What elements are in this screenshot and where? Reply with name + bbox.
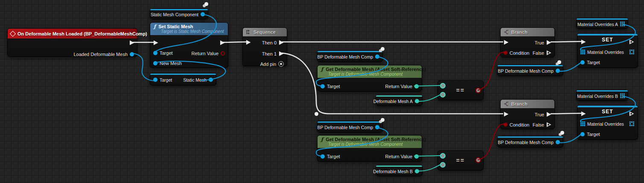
getter-bp-deformable-mesh-comp-2[interactable]: BP Deformable Mesh Comp bbox=[317, 121, 383, 133]
branch-b-header[interactable]: Branch bbox=[501, 100, 554, 108]
equals-result-pin[interactable] bbox=[475, 88, 481, 93]
equals-input-a-pin[interactable] bbox=[440, 153, 446, 159]
bp-deformable-mesh-comp-pin[interactable] bbox=[556, 140, 560, 145]
equals-operator: == bbox=[456, 156, 465, 163]
variable-bar bbox=[150, 9, 208, 10]
material-overrides-a-label: Material Overrides A bbox=[577, 21, 618, 27]
new-mesh-label: New Mesh bbox=[160, 61, 182, 66]
loaded-deformable-mesh-pin[interactable] bbox=[130, 52, 134, 56]
set-static-mesh-header[interactable]: ƒ Set Static Mesh Target is Static Mesh … bbox=[150, 23, 228, 35]
function-node-get-deformable-mesh-a[interactable]: ƒ Get Deformable Mesh (Asset Soft-Refere… bbox=[317, 65, 422, 92]
bp-deformable-mesh-comp-label: BP Deformable Mesh Comp bbox=[498, 140, 554, 145]
deformable-mesh-b-pin[interactable] bbox=[415, 169, 419, 173]
target-pin[interactable] bbox=[580, 60, 585, 65]
equals-input-a-pin[interactable] bbox=[440, 83, 446, 89]
equals-node-b[interactable]: == bbox=[437, 151, 484, 171]
exec-in-pin[interactable] bbox=[153, 40, 158, 45]
static-mesh-component-pin[interactable] bbox=[201, 12, 205, 17]
exec-in-pin[interactable] bbox=[504, 40, 509, 45]
condition-pin[interactable] bbox=[504, 51, 507, 55]
macro-node-branch-a[interactable]: Branch True Condition False bbox=[500, 27, 555, 57]
material-overrides-in-pin[interactable] bbox=[580, 50, 585, 54]
equals-input-b-pin[interactable] bbox=[440, 92, 446, 97]
sequence-header[interactable]: Sequence bbox=[243, 28, 287, 36]
getter-bp-deformable-mesh-comp-3[interactable]: BP Deformable Mesh Comp bbox=[497, 65, 563, 76]
exec-out-pin[interactable] bbox=[220, 40, 225, 45]
function-node-get-deformable-mesh-b[interactable]: ƒ Get Deformable Mesh (Asset Soft-Refere… bbox=[317, 135, 422, 162]
target-label: Target bbox=[160, 50, 173, 56]
branch-b-title: Branch bbox=[511, 101, 527, 106]
set-node-material-overrides-b[interactable]: SET Material Overrides Target bbox=[577, 105, 638, 140]
target-label: Target bbox=[327, 84, 340, 89]
equals-input-b-pin[interactable] bbox=[440, 162, 446, 168]
getter-get-static-mesh[interactable]: Target Static Mesh bbox=[150, 73, 216, 86]
macro-node-sequence[interactable]: Sequence Then 0 Then 1 Add pin bbox=[242, 27, 287, 66]
target-pin[interactable] bbox=[153, 51, 157, 55]
reroute-node[interactable] bbox=[315, 112, 318, 116]
deformable-mesh-a-pin[interactable] bbox=[415, 99, 419, 103]
true-exec-pin[interactable] bbox=[546, 40, 551, 45]
variable-bar bbox=[577, 34, 638, 35]
getter-deformable-mesh-b[interactable]: Deformable Mesh B bbox=[376, 165, 423, 176]
exec-out-pin[interactable] bbox=[129, 40, 134, 45]
getter-bp-deformable-mesh-comp-1[interactable]: BP Deformable Mesh Comp bbox=[317, 50, 383, 62]
true-exec-pin[interactable] bbox=[546, 112, 551, 117]
new-mesh-pin[interactable] bbox=[153, 61, 157, 65]
bp-deformable-mesh-comp-pin[interactable] bbox=[556, 69, 560, 73]
false-exec-pin[interactable] bbox=[546, 122, 551, 127]
event-icon bbox=[10, 30, 16, 36]
material-overrides-b-label: Material Overrides B bbox=[577, 93, 618, 98]
return-value-pin[interactable] bbox=[221, 51, 225, 56]
bp-deformable-mesh-comp-pin[interactable] bbox=[375, 125, 379, 130]
branch-a-header[interactable]: Branch bbox=[501, 28, 554, 36]
static-mesh-pin[interactable] bbox=[209, 78, 213, 82]
material-overrides-out-pin[interactable] bbox=[629, 50, 634, 54]
branch-icon bbox=[504, 101, 509, 106]
macro-node-branch-b[interactable]: Branch True Condition False bbox=[500, 99, 555, 129]
target-label: Target bbox=[587, 60, 600, 65]
variable-bar bbox=[376, 95, 422, 97]
then0-label: Then 0 bbox=[262, 40, 277, 45]
target-pin[interactable] bbox=[153, 78, 157, 82]
equals-result-pin[interactable] bbox=[475, 157, 481, 163]
wire-bubble bbox=[381, 118, 385, 122]
exec-in-pin[interactable] bbox=[246, 40, 251, 45]
material-overrides-a-array-pin[interactable] bbox=[620, 22, 625, 27]
add-pin-icon[interactable] bbox=[278, 61, 284, 67]
target-pin[interactable] bbox=[321, 154, 325, 159]
bp-deformable-mesh-comp-label: BP Deformable Mesh Comp bbox=[317, 54, 373, 59]
get-deformable-mesh-b-header[interactable]: ƒ Get Deformable Mesh (Asset Soft-Refere… bbox=[318, 136, 422, 148]
set-static-mesh-subtitle: Target is Static Mesh Component bbox=[154, 29, 224, 34]
blueprint-graph-canvas[interactable]: On Deformable Mesh Loaded (BP_Deformable… bbox=[0, 0, 644, 183]
false-exec-pin[interactable] bbox=[546, 50, 551, 56]
then0-exec-pin[interactable] bbox=[279, 40, 284, 45]
getter-static-mesh-component[interactable]: Static Mesh Component bbox=[150, 9, 208, 19]
set-node-material-overrides-a[interactable]: SET Material Overrides Target bbox=[577, 33, 638, 68]
material-overrides-out-pin[interactable] bbox=[629, 121, 634, 126]
getter-material-overrides-b[interactable]: Material Overrides B bbox=[576, 90, 628, 101]
variable-bar bbox=[577, 106, 638, 107]
true-label: True bbox=[535, 112, 544, 117]
return-value-pin[interactable] bbox=[414, 154, 419, 159]
wire-bubble bbox=[557, 60, 561, 64]
get-deformable-mesh-a-header[interactable]: ƒ Get Deformable Mesh (Asset Soft-Refere… bbox=[318, 65, 422, 78]
false-label: False bbox=[533, 122, 544, 127]
equals-node-a[interactable]: == bbox=[437, 80, 484, 100]
bp-deformable-mesh-comp-label: BP Deformable Mesh Comp bbox=[498, 68, 554, 74]
target-pin[interactable] bbox=[580, 132, 585, 136]
function-node-set-static-mesh[interactable]: ƒ Set Static Mesh Target is Static Mesh … bbox=[150, 22, 228, 68]
return-value-pin[interactable] bbox=[414, 84, 419, 89]
exec-in-pin[interactable] bbox=[504, 112, 509, 117]
material-overrides-in-pin[interactable] bbox=[580, 121, 585, 126]
then1-exec-pin[interactable] bbox=[279, 51, 284, 56]
loaded-deformable-mesh-label: Loaded Deformable Mesh bbox=[73, 52, 128, 57]
material-overrides-b-array-pin[interactable] bbox=[620, 94, 625, 98]
event-node-header[interactable]: On Deformable Mesh Loaded (BP_Deformable… bbox=[8, 29, 137, 38]
getter-material-overrides-a[interactable]: Material Overrides A bbox=[576, 18, 628, 29]
condition-pin[interactable] bbox=[504, 123, 507, 127]
getter-bp-deformable-mesh-comp-4[interactable]: BP Deformable Mesh Comp bbox=[497, 136, 563, 148]
getter-deformable-mesh-a[interactable]: Deformable Mesh A bbox=[376, 95, 423, 106]
event-node-on-deformable-mesh-loaded[interactable]: On Deformable Mesh Loaded (BP_Deformable… bbox=[7, 28, 137, 57]
bp-deformable-mesh-comp-pin[interactable] bbox=[375, 55, 379, 59]
target-pin[interactable] bbox=[321, 84, 325, 89]
